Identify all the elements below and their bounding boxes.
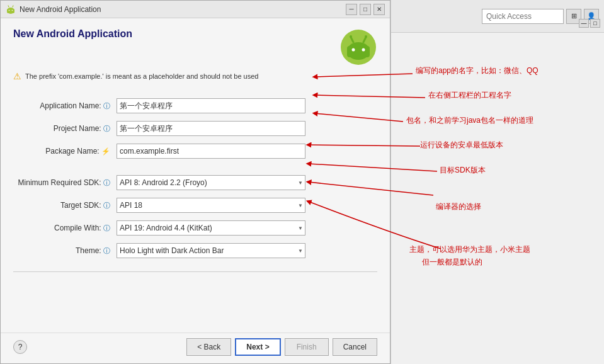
ide-minimize-btn[interactable]: — [579, 19, 589, 28]
titlebar-controls: ─ □ ✕ [346, 4, 385, 15]
package-name-input[interactable] [117, 144, 305, 159]
app-name-cell [114, 96, 377, 115]
warning-icon: ⚠ [13, 71, 21, 81]
annotation-8: 但一般都是默认的 [422, 257, 482, 268]
min-sdk-label: Minimum Required SDK: ⓘ [13, 173, 114, 192]
form-table: Application Name: ⓘ Project Name: ⓘ Pa [13, 93, 377, 264]
min-sdk-info-icon[interactable]: ⓘ [103, 179, 110, 186]
theme-select[interactable]: Holo Light with Dark Action Bar [117, 243, 305, 258]
package-name-label: Package Name: ⚡ [13, 142, 114, 161]
ide-window-controls: — □ [579, 19, 600, 28]
footer-buttons: < Back Next > Finish Cancel [186, 338, 377, 356]
minimize-button[interactable]: ─ [346, 4, 357, 15]
quick-access-input[interactable] [482, 9, 564, 24]
target-sdk-select[interactable]: API 18 [117, 198, 305, 213]
spacer-row [13, 164, 377, 169]
target-sdk-cell: API 18 [114, 196, 377, 215]
svg-point-9 [352, 48, 355, 52]
theme-row: Theme: ⓘ Holo Light with Dark Action Bar [13, 241, 377, 260]
dialog-header: New Android Application [13, 28, 377, 66]
app-name-label: Application Name: ⓘ [13, 96, 114, 115]
svg-point-2 [9, 9, 10, 11]
footer-left: ? [13, 340, 27, 354]
project-name-info-icon[interactable]: ⓘ [103, 125, 110, 132]
min-sdk-select[interactable]: API 8: Android 2.2 (Froyo) [117, 175, 305, 190]
app-name-input[interactable] [117, 98, 305, 113]
finish-button[interactable]: Finish [285, 338, 329, 356]
package-name-row: Package Name: ⚡ [13, 142, 377, 161]
annotation-3: 包名，和之前学习java包名一样的道理 [406, 115, 533, 126]
annotation-2: 在右侧工程栏的工程名字 [428, 90, 511, 101]
compile-with-info-icon[interactable]: ⓘ [103, 224, 110, 232]
target-sdk-row: Target SDK: ⓘ API 18 [13, 196, 377, 215]
dialog-titlebar: New Android Application ─ □ ✕ [1, 1, 390, 18]
project-name-row: Project Name: ⓘ [13, 119, 377, 138]
annotation-5: 目标SDK版本 [440, 165, 486, 176]
theme-info-icon[interactable]: ⓘ [103, 247, 110, 254]
maximize-button[interactable]: □ [360, 4, 371, 15]
android-logo [339, 28, 377, 66]
compile-with-cell: API 19: Android 4.4 (KitKat) [114, 219, 377, 237]
annotation-1: 编写的app的名字，比如：微信、QQ [416, 65, 538, 76]
dialog-footer: ? < Back Next > Finish Cancel [1, 333, 390, 363]
android-icon-small [6, 4, 16, 14]
svg-point-10 [362, 48, 365, 52]
app-name-row: Application Name: ⓘ [13, 96, 377, 115]
help-button[interactable]: ? [13, 340, 27, 354]
warning-text: The prefix 'com.example.' is meant as a … [25, 72, 258, 80]
package-name-field-icon: ⚡ [101, 147, 110, 155]
cancel-button[interactable]: Cancel [333, 338, 377, 356]
back-button[interactable]: < Back [186, 338, 231, 356]
target-sdk-label: Target SDK: ⓘ [13, 196, 114, 215]
annotation-6: 编译器的选择 [436, 202, 481, 212]
project-name-cell [114, 119, 377, 138]
svg-rect-1 [7, 9, 14, 13]
compile-with-select[interactable]: API 19: Android 4.4 (KitKat) [117, 220, 305, 236]
compile-with-select-wrapper: API 19: Android 4.4 (KitKat) [117, 220, 305, 236]
svg-point-14 [365, 35, 367, 38]
dialog-content: New Android Application ⚠ The prefix 'co… [1, 18, 390, 333]
dialog-window-title: New Android Application [20, 5, 101, 14]
titlebar-left: New Android Application [6, 4, 101, 14]
annotation-7: 主题，可以选用华为主题，小米主题 [409, 244, 530, 255]
target-sdk-select-wrapper: API 18 [117, 198, 305, 213]
min-sdk-select-wrapper: API 8: Android 2.2 (Froyo) [117, 175, 305, 190]
new-android-application-dialog: New Android Application ─ □ ✕ New Androi… [0, 0, 390, 364]
theme-select-wrapper: Holo Light with Dark Action Bar [117, 243, 305, 258]
theme-cell: Holo Light with Dark Action Bar [114, 241, 377, 260]
svg-line-4 [8, 6, 9, 7]
separator [13, 271, 377, 272]
ide-panel: ⊞ 👤 — □ [390, 0, 604, 364]
project-name-input[interactable] [117, 121, 305, 136]
dialog-title: New Android Application [13, 28, 132, 40]
svg-point-3 [12, 9, 13, 11]
warning-row: ⚠ The prefix 'com.example.' is meant as … [13, 71, 377, 81]
compile-with-label: Compile With: ⓘ [13, 219, 114, 237]
svg-point-13 [350, 35, 352, 38]
min-sdk-cell: API 8: Android 2.2 (Froyo) [114, 173, 377, 192]
ide-toolbar: ⊞ 👤 [391, 0, 604, 33]
close-button[interactable]: ✕ [373, 4, 385, 15]
project-name-label: Project Name: ⓘ [13, 119, 114, 138]
theme-label: Theme: ⓘ [13, 241, 114, 260]
annotation-4: 运行设备的安卓最低版本 [420, 140, 503, 151]
app-name-info-icon[interactable]: ⓘ [103, 102, 110, 110]
min-sdk-row: Minimum Required SDK: ⓘ API 8: Android 2… [13, 173, 377, 192]
next-button[interactable]: Next > [235, 338, 280, 356]
compile-with-row: Compile With: ⓘ API 19: Android 4.4 (Kit… [13, 219, 377, 237]
svg-line-5 [13, 6, 13, 7]
package-name-cell [114, 142, 377, 161]
svg-rect-8 [347, 46, 370, 57]
ide-restore-btn[interactable]: □ [590, 19, 600, 28]
target-sdk-info-icon[interactable]: ⓘ [103, 202, 110, 209]
